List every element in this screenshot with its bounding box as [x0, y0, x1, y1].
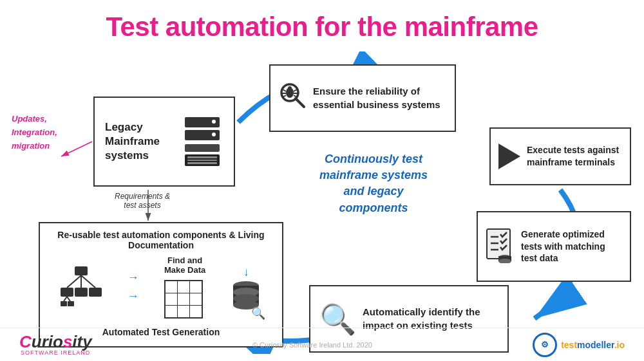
svg-rect-13 [61, 301, 67, 306]
svg-rect-14 [68, 301, 74, 306]
curiosity-logo: Curiosity SOFTWARE IRELAND [19, 333, 92, 356]
center-label: Continuously test mainframe systems and … [309, 151, 438, 216]
svg-line-29 [294, 95, 297, 97]
svg-rect-9 [75, 288, 88, 297]
automation-title: Re-usable test automation components & L… [48, 230, 274, 250]
curiosity-sub: SOFTWARE IRELAND [21, 350, 92, 356]
db-search-icon: 🔍 [251, 306, 265, 320]
top-box: Ensure the reliability of essential busi… [269, 64, 456, 132]
svg-rect-8 [61, 288, 73, 297]
main-title: Test automation for the mainframe [0, 0, 644, 42]
arrow-to-db: → [128, 290, 139, 303]
top-box-text: Ensure the reliability of essential busi… [313, 85, 447, 111]
svg-rect-4 [75, 266, 88, 275]
svg-line-27 [294, 89, 297, 91]
grid-icon [164, 280, 203, 319]
tm-circle-icon: ⚙ [533, 333, 557, 357]
svg-line-5 [67, 275, 81, 288]
server-icon [185, 117, 223, 166]
svg-line-26 [283, 95, 286, 97]
testmodeller-text: testmodeller.io [561, 340, 625, 350]
bug-icon [278, 81, 307, 115]
requirements-label: Requirements & test assets [115, 192, 170, 210]
copyright-text: © Curiosity Software Ireland Ltd. 2020 [252, 341, 372, 349]
find-data-label: Find and Make Data [164, 255, 205, 275]
testmodeller-logo: ⚙ testmodeller.io [533, 333, 625, 357]
right-mid-box: Generate optimized tests with matching t… [477, 211, 631, 282]
svg-rect-10 [89, 288, 102, 297]
right-mid-text: Generate optimized tests with matching t… [521, 228, 622, 265]
svg-line-24 [283, 89, 286, 91]
svg-point-19 [233, 294, 259, 303]
arrow-down: → [240, 267, 253, 279]
legacy-text: Legacy Mainframe systems [105, 120, 180, 163]
hierarchy-icon [61, 265, 102, 310]
right-top-box: Execute tests against mainframe terminal… [489, 127, 631, 185]
checklist-icon [486, 228, 515, 266]
footer: Curiosity SOFTWARE IRELAND © Curiosity S… [0, 328, 644, 361]
updates-label: Updates, Integration, migration [12, 113, 57, 153]
svg-line-12 [67, 297, 70, 301]
right-top-text: Execute tests against mainframe terminal… [527, 144, 622, 169]
svg-line-11 [64, 297, 67, 301]
db-icon: 🔍 [231, 279, 261, 318]
svg-point-23 [288, 86, 292, 90]
arrow-to-grid: → [128, 271, 139, 284]
svg-line-21 [296, 98, 304, 107]
svg-line-7 [81, 275, 95, 288]
legacy-box: Legacy Mainframe systems [93, 97, 235, 187]
play-icon [498, 143, 520, 169]
